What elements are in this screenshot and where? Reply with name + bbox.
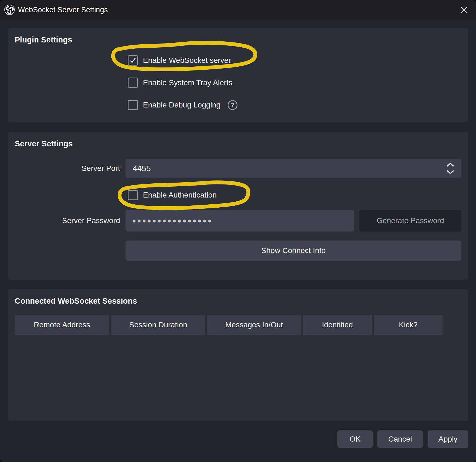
titlebar: WebSocket Server Settings <box>0 0 476 20</box>
websocket-server-settings-dialog: WebSocket Server Settings Plugin Setting… <box>0 0 476 462</box>
obs-logo-icon <box>4 4 15 16</box>
enable-websocket-server-label: Enable WebSocket server <box>143 56 231 65</box>
close-icon <box>460 6 468 14</box>
enable-websocket-server-checkbox-row[interactable]: Enable WebSocket server <box>128 54 461 67</box>
server-settings-heading: Server Settings <box>15 139 461 149</box>
server-port-input[interactable]: 4455 <box>126 159 461 178</box>
ok-button[interactable]: OK <box>337 430 373 448</box>
cancel-button[interactable]: Cancel <box>377 430 423 448</box>
sessions-table-header: Remote Address Session Duration Messages… <box>15 315 461 335</box>
show-connect-info-button[interactable]: Show Connect Info <box>126 241 461 261</box>
dialog-footer: OK Cancel Apply <box>8 430 468 448</box>
enable-debug-logging-checkbox-row[interactable]: Enable Debug Logging ? <box>128 98 461 112</box>
connected-sessions-section: Connected WebSocket Sessions Remote Addr… <box>8 289 468 421</box>
column-header-session-duration[interactable]: Session Duration <box>111 315 205 335</box>
apply-button[interactable]: Apply <box>428 430 468 448</box>
column-header-remote-address[interactable]: Remote Address <box>15 315 109 335</box>
close-button[interactable] <box>458 4 470 16</box>
dialog-content: Plugin Settings Enable WebSocket server … <box>0 20 476 448</box>
checkbox-unchecked-icon <box>128 78 138 88</box>
server-port-value: 4455 <box>133 164 151 173</box>
server-password-label: Server Password <box>15 216 120 225</box>
generate-password-button[interactable]: Generate Password <box>359 210 461 232</box>
plugin-settings-heading: Plugin Settings <box>15 35 461 45</box>
plugin-settings-section: Plugin Settings Enable WebSocket server … <box>8 28 468 122</box>
server-password-masked-value: ●●●●●●●●●●●●●●●● <box>132 217 213 224</box>
checkbox-unchecked-icon <box>128 100 138 110</box>
connected-sessions-heading: Connected WebSocket Sessions <box>15 296 461 306</box>
window-title: WebSocket Server Settings <box>18 6 108 14</box>
enable-system-tray-alerts-checkbox-row[interactable]: Enable System Tray Alerts <box>128 76 461 89</box>
plugin-settings-rows: Enable WebSocket server Enable System Tr… <box>15 54 461 112</box>
server-password-input[interactable]: ●●●●●●●●●●●●●●●● <box>126 210 354 232</box>
help-icon[interactable]: ? <box>228 100 237 110</box>
column-header-identified[interactable]: Identified <box>303 315 372 335</box>
server-settings-section: Server Settings Server Port 4455 <box>8 132 468 280</box>
enable-authentication-label: Enable Authentication <box>143 191 217 199</box>
checkbox-checked-icon <box>128 55 138 66</box>
auth-rows: Enable Authentication <box>15 189 461 202</box>
enable-system-tray-alerts-label: Enable System Tray Alerts <box>143 78 232 87</box>
server-password-row: Server Password ●●●●●●●●●●●●●●●● Generat… <box>15 210 461 232</box>
enable-authentication-checkbox-row[interactable]: Enable Authentication <box>128 189 461 202</box>
port-spinner <box>447 159 454 178</box>
enable-debug-logging-label: Enable Debug Logging <box>143 101 221 109</box>
column-header-kick[interactable]: Kick? <box>374 315 443 335</box>
server-port-row: Server Port 4455 <box>15 159 461 178</box>
column-header-messages-in-out[interactable]: Messages In/Out <box>207 315 301 335</box>
show-connect-info-row: Show Connect Info <box>15 241 461 261</box>
server-port-label: Server Port <box>15 164 120 173</box>
port-decrement-button[interactable] <box>447 170 454 174</box>
port-increment-button[interactable] <box>447 162 454 167</box>
checkbox-unchecked-icon <box>128 190 138 200</box>
